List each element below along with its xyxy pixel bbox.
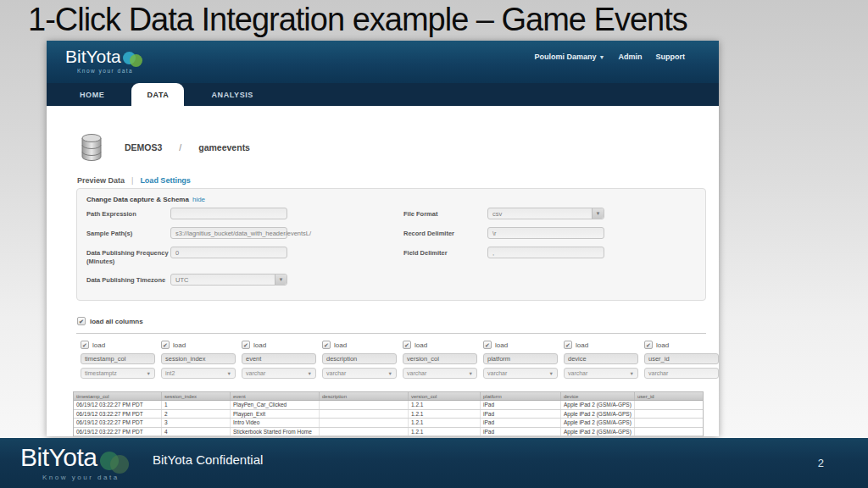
table-header-cell: platform <box>481 392 561 400</box>
column-type-select[interactable]: int2▼ <box>161 368 236 379</box>
column-editor-user_id: ✔loaduser_idvarchar▼ <box>644 339 719 379</box>
preview-table-body: 06/19/12 03:22:27 PM PDT1PlayPen_Car_Cli… <box>74 401 703 436</box>
field-label: Data Publishing Frequency (Minutes) <box>86 247 170 266</box>
field-label: File Format <box>403 208 487 219</box>
column-type-select[interactable]: timestamptz▼ <box>81 368 155 379</box>
subnav: Preview Data | Load Settings <box>77 176 191 185</box>
tab-analysis[interactable]: ANALYSIS <box>199 83 264 106</box>
table-cell: Playpen_Exit <box>231 410 320 419</box>
footer-logo: BitYota Know your data <box>20 443 131 481</box>
form-row-left-2: Data Publishing Frequency (Minutes)0 <box>86 247 375 266</box>
load-checkbox[interactable]: ✔ <box>403 341 411 349</box>
load-all-checkbox[interactable]: ✔ <box>77 317 86 325</box>
field-label: Path Expression <box>86 208 170 219</box>
field-input[interactable]: , <box>487 247 604 258</box>
footer-logo-icon <box>100 452 131 474</box>
table-cell <box>635 428 703 436</box>
field-select-value: UTC <box>175 276 188 284</box>
table-cell: Apple iPad 2 (GSM/A-GPS) <box>561 401 635 409</box>
subnav-separator: | <box>131 176 133 185</box>
form-row-left-3: Data Publishing TimezoneUTC▼ <box>86 274 375 286</box>
load-label: load <box>173 341 186 349</box>
admin-link[interactable]: Admin <box>619 53 643 61</box>
chevron-down-icon: ▼ <box>469 371 473 376</box>
column-type-select[interactable]: varchar▼ <box>242 368 316 379</box>
column-name-input[interactable]: event <box>242 353 316 364</box>
load-checkbox-row: ✔load <box>564 339 638 351</box>
column-name-input[interactable]: session_index <box>161 353 236 364</box>
field-select[interactable]: csv▼ <box>487 208 604 219</box>
load-checkbox-row: ✔load <box>483 339 558 351</box>
field-label: Record Delimiter <box>403 227 487 238</box>
table-cell: 06/19/12 03:22:27 PM PDT <box>74 410 162 419</box>
load-label: load <box>576 341 588 349</box>
form-row-left-0: Path Expression <box>86 208 375 219</box>
page-number: 2 <box>818 457 824 469</box>
column-type-value: varchar <box>487 370 507 376</box>
support-link[interactable]: Support <box>656 53 686 61</box>
breadcrumb-database[interactable]: DEMOS3 <box>125 142 162 152</box>
column-editor-device: ✔loaddevicevarchar▼ <box>564 339 638 379</box>
chevron-down-icon: ▼ <box>147 371 151 376</box>
column-name-input[interactable]: version_col <box>403 353 477 364</box>
table-cell <box>320 401 409 409</box>
form-column-right: File Formatcsv▼Record Delimiter\rField D… <box>403 208 692 258</box>
field-input[interactable]: 0 <box>170 247 287 258</box>
column-editor-version_col: ✔loadversion_colvarchar▼ <box>403 339 477 379</box>
column-name-input[interactable]: timestamp_col <box>81 353 155 364</box>
load-checkbox[interactable]: ✔ <box>564 341 572 349</box>
subnav-load-settings[interactable]: Load Settings <box>140 176 191 185</box>
column-type-select[interactable]: varchar▼ <box>564 368 638 379</box>
table-cell: iPad <box>481 428 561 436</box>
chevron-down-icon[interactable]: ▼ <box>592 208 604 219</box>
footer-confidential: BitYota Confidential <box>153 452 263 467</box>
column-type-select[interactable]: varchar▼ <box>322 368 397 379</box>
column-editor-timestamp_col: ✔loadtimestamp_coltimestamptz▼ <box>81 339 155 379</box>
load-all-columns: ✔ load all columns <box>77 317 143 325</box>
load-checkbox[interactable]: ✔ <box>161 341 170 349</box>
column-type-select[interactable]: varchar▼ <box>644 368 719 379</box>
app-screenshot: BitYota Know your data Poulomi Damany▼ A… <box>47 41 719 436</box>
load-checkbox[interactable]: ✔ <box>81 341 89 349</box>
load-checkbox[interactable]: ✔ <box>644 341 653 349</box>
column-type-select[interactable]: varchar▼ <box>403 368 477 379</box>
load-checkbox[interactable]: ✔ <box>242 341 250 349</box>
column-name-input[interactable]: user_id <box>644 353 719 364</box>
subnav-preview-data[interactable]: Preview Data <box>77 176 125 185</box>
tab-data[interactable]: DATA <box>131 83 184 106</box>
field-select-value: csv <box>492 210 502 218</box>
table-cell <box>320 410 409 419</box>
table-cell: 1.2.1 <box>409 410 481 419</box>
user-menu[interactable]: Poulomi Damany▼ <box>535 53 605 61</box>
column-name-input[interactable]: description <box>322 353 397 364</box>
slide: 1-Click Data Integration example – Game … <box>0 0 868 488</box>
main-tab-bar: HOMEDATAANALYSIS <box>47 83 719 106</box>
column-type-select[interactable]: varchar▼ <box>483 368 558 379</box>
load-checkbox[interactable]: ✔ <box>322 341 331 349</box>
database-icon <box>81 134 103 161</box>
table-cell: 1 <box>162 401 231 409</box>
hide-link[interactable]: hide <box>192 196 205 203</box>
field-input[interactable]: \r <box>487 227 604 239</box>
chevron-down-icon[interactable]: ▼ <box>275 274 287 285</box>
field-input[interactable]: s3://lagnitius_bucket/data_with_header/e… <box>170 227 287 239</box>
field-input[interactable] <box>170 208 287 219</box>
load-all-label: load all columns <box>90 318 143 325</box>
column-type-value: timestamptz <box>85 370 117 376</box>
column-type-value: varchar <box>246 370 265 376</box>
table-header-cell: version_col <box>409 392 481 400</box>
column-editor-event: ✔loadeventvarchar▼ <box>242 339 316 379</box>
header-user-nav: Poulomi Damany▼ Admin Support <box>535 53 685 61</box>
column-editor-platform: ✔loadplatformvarchar▼ <box>483 339 558 379</box>
table-cell: iPad <box>481 410 561 419</box>
load-checkbox[interactable]: ✔ <box>483 341 492 349</box>
tab-home[interactable]: HOME <box>68 83 116 106</box>
table-cell: iPad <box>481 401 561 409</box>
form-row-right-1: Record Delimiter\r <box>403 227 692 239</box>
column-name-input[interactable]: platform <box>483 353 558 364</box>
breadcrumb-table[interactable]: gameevents <box>198 142 250 152</box>
table-header-cell: device <box>561 392 635 400</box>
slide-title: 1-Click Data Integration example – Game … <box>28 2 687 38</box>
column-name-input[interactable]: device <box>564 353 638 364</box>
field-select[interactable]: UTC▼ <box>170 274 287 286</box>
